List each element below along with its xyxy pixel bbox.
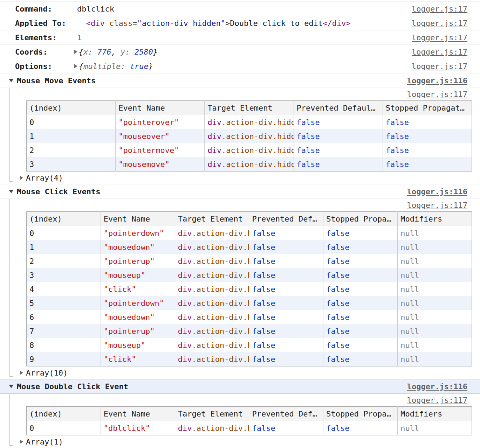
selector-classes: .action-div.hidden (192, 327, 249, 336)
expand-arrow-icon[interactable] (20, 371, 23, 375)
column-header[interactable]: (index) (27, 212, 101, 226)
console-table: (index)Event NameTarget ElementPrevented… (26, 406, 472, 435)
selector-tag: div (178, 299, 192, 308)
cell-index: 7 (27, 324, 101, 338)
cell-target: div.action-div.hidden (175, 226, 249, 240)
cell-modifiers: null (398, 338, 472, 352)
cell-event: "mousedown" (101, 240, 175, 254)
console-table: (index)Event NameTarget ElementPrevented… (26, 100, 472, 172)
column-header[interactable]: Stopped Propa… (323, 407, 398, 421)
collapse-arrow-icon[interactable] (9, 385, 14, 388)
source-link[interactable]: logger.js:17 (412, 33, 467, 42)
source-link[interactable]: logger.js:117 (407, 90, 467, 99)
cell-modifiers: null (398, 282, 472, 296)
cell-target: div.action-div.hidden (175, 421, 249, 435)
cell-target: div.action-div.hidden (175, 268, 249, 282)
object-preview-options[interactable]: {multiple: true} (79, 62, 153, 71)
collapse-arrow-icon[interactable] (9, 79, 14, 82)
column-header[interactable]: Stopped Propa… (323, 212, 398, 226)
selector-classes: .action-div.hidden (192, 271, 249, 280)
object-key: y: (121, 48, 135, 56)
object-value: 776 (97, 48, 111, 56)
array-expander[interactable]: Array(4) (0, 172, 480, 184)
console-row-coords: Coords: {x: 776, y: 2580} logger.js:17 (0, 45, 480, 59)
cell-modifiers: null (398, 296, 472, 310)
source-link[interactable]: logger.js:117 (407, 396, 467, 405)
cell-event: "pointerdown" (101, 296, 175, 310)
source-link[interactable]: logger.js:116 (407, 187, 467, 196)
cell-stopped: false (383, 143, 472, 157)
expand-arrow-icon[interactable] (74, 50, 77, 54)
cell-stopped: false (323, 338, 398, 352)
cell-prevented: false (249, 268, 323, 282)
cell-prevented: false (249, 254, 323, 268)
column-header[interactable]: Event Name (101, 407, 175, 421)
table-row: 3"mousemove"div.action-div.hiddenfalsefa… (27, 157, 472, 172)
cell-prevented: false (249, 282, 323, 296)
column-header[interactable]: Prevented Defaul… (294, 101, 383, 115)
selector-tag: div (178, 327, 192, 336)
source-link[interactable]: logger.js:116 (407, 76, 467, 85)
cell-event: "click" (101, 352, 175, 366)
cell-index: 3 (27, 157, 116, 172)
group-header-mouse-click-events[interactable]: Mouse Click Events logger.js:116 (0, 184, 480, 199)
expand-arrow-icon[interactable] (20, 440, 23, 444)
selector-tag: div (207, 132, 221, 141)
brace: } (149, 62, 153, 71)
dom-node-preview[interactable]: <div class="action-div hidden">Double cl… (86, 19, 351, 28)
column-header[interactable]: Event Name (116, 101, 205, 115)
column-header[interactable]: Target Element (175, 212, 249, 226)
expand-arrow-icon[interactable] (20, 176, 23, 180)
group-header-mouse-move-events[interactable]: Mouse Move Events logger.js:116 (0, 74, 480, 88)
source-link[interactable]: logger.js:17 (412, 5, 467, 13)
table-row: 1"mousedown"div.action-div.hiddenfalsefa… (27, 240, 472, 254)
cell-prevented: false (249, 240, 323, 254)
column-header[interactable]: Target Element (175, 407, 249, 421)
selector-tag: div (178, 341, 192, 350)
expand-arrow-icon[interactable] (74, 64, 77, 68)
column-header[interactable]: Modifiers (398, 212, 472, 226)
cell-target: div.action-div.hidden (175, 282, 249, 296)
group-title: Mouse Move Events (17, 76, 96, 85)
cell-modifiers: null (398, 240, 472, 254)
cell-target: div.action-div.hidden (175, 338, 249, 352)
group-body-mouse-click-events: logger.js:117 (index)Event NameTarget El… (0, 199, 480, 379)
table-source-row: logger.js:117 (0, 199, 480, 211)
column-header[interactable]: Target Element (205, 101, 294, 115)
cell-stopped: false (323, 352, 398, 366)
cell-prevented: false (249, 324, 323, 338)
cell-prevented: false (294, 143, 383, 157)
array-label: Array(4) (26, 174, 63, 182)
source-link[interactable]: logger.js:17 (412, 48, 467, 56)
cell-event: "mouseup" (101, 268, 175, 282)
console-row-command: Command: dblclick logger.js:17 (0, 2, 480, 16)
cell-target: div.action-div.hidden (175, 324, 249, 338)
column-header[interactable]: Prevented Def… (249, 407, 323, 421)
array-expander[interactable]: Array(1) (0, 435, 480, 448)
cell-modifiers: null (398, 254, 472, 268)
column-header[interactable]: Event Name (101, 212, 175, 226)
cell-modifiers: null (398, 324, 472, 338)
column-header[interactable]: (index) (27, 101, 116, 115)
table-row: 2"pointermove"div.action-div.hiddenfalse… (27, 143, 472, 157)
source-link[interactable]: logger.js:17 (412, 62, 467, 71)
source-link[interactable]: logger.js:117 (407, 201, 467, 210)
object-value: 2580 (135, 48, 153, 56)
cell-stopped: false (323, 310, 398, 324)
column-header[interactable]: Stopped Propagat… (383, 101, 472, 115)
table-row: 6"mousedown"div.action-div.hiddenfalsefa… (27, 310, 472, 324)
object-preview-coords[interactable]: {x: 776, y: 2580} (79, 48, 158, 56)
cell-modifiers: null (398, 226, 472, 240)
source-link[interactable]: logger.js:116 (407, 382, 467, 391)
column-header[interactable]: (index) (27, 407, 101, 421)
group-header-mouse-double-click-event[interactable]: Mouse Double Click Event logger.js:116 (0, 379, 480, 394)
cell-index: 2 (27, 143, 116, 157)
collapse-arrow-icon[interactable] (9, 190, 14, 193)
column-header[interactable]: Modifiers (398, 407, 472, 421)
source-link[interactable]: logger.js:17 (412, 19, 467, 28)
column-header[interactable]: Prevented Def… (249, 212, 323, 226)
array-expander[interactable]: Array(10) (0, 366, 480, 379)
selector-tag: div (178, 313, 192, 322)
table-source-row: logger.js:117 (0, 88, 480, 100)
table-row: 8"mouseup"div.action-div.hiddenfalsefals… (27, 338, 472, 352)
